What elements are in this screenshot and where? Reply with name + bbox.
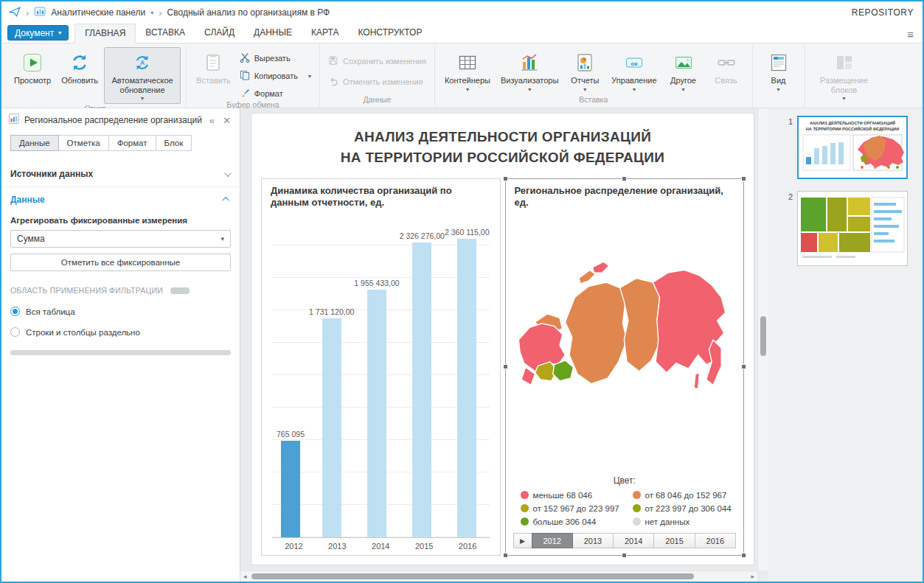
map-block[interactable]: Региональное распределение организаций, … [505,178,745,556]
panel-tab-Данные[interactable]: Данные [10,135,59,151]
selection-handle[interactable] [741,176,746,181]
properties-panel: Региональное распределение организаций «… [1,108,240,582]
auto-refresh-button[interactable]: A Автоматическое обновление ▾ [104,47,181,104]
x-axis-label: 2016 [446,538,490,551]
year-button-2013[interactable]: 2013 [572,533,614,548]
panel-scrollbar[interactable] [10,350,231,355]
aggregate-select[interactable]: Сумма ▾ [10,230,231,248]
legend-item: нет данных [633,515,740,528]
breadcrumb-item-document[interactable]: Сводный анализ по организациям в РФ [167,7,330,18]
chevron-down-icon [224,170,232,177]
link-button[interactable]: Связь [706,47,747,95]
slide-title-line1: АНАЛИЗ ДЕЯТЕЛЬНОСТИ ОРГАНИЗАЦИЙ [251,127,754,147]
panel-tab-Отметка[interactable]: Отметка [58,135,109,151]
menu-icon[interactable]: ≡ [907,29,914,40]
ribbon-tab-КАРТА[interactable]: КАРТА [302,24,348,43]
selection-handle[interactable] [503,176,508,181]
filter-scope-indicator[interactable] [170,287,190,294]
legend-color-dot [633,504,641,512]
year-button-2015[interactable]: 2015 [653,533,695,548]
radio-option[interactable]: Строки и столбцы раздельно [10,327,231,337]
year-button-2016[interactable]: 2016 [695,533,736,548]
slide-thumbnail-1[interactable]: АНАЛИЗ ДЕЯТЕЛЬНОСТИ ОРГАНИЗАЦИЙ НА ТЕРРИ… [797,116,908,179]
chevron-down-icon: ▾ [528,87,531,93]
paste-label: Вставить [196,76,231,85]
other-button[interactable]: Другое ▾ [663,47,704,95]
panel-tab-Блок[interactable]: Блок [156,135,192,151]
view-button[interactable]: Вид ▾ [758,47,799,95]
bar-column[interactable]: 765 095 [272,221,309,538]
selection-handle[interactable] [741,364,746,369]
russia-map[interactable] [506,211,744,475]
image-icon [673,52,694,74]
selection-handle[interactable] [503,364,508,369]
play-icon [22,52,43,74]
chevron-down-icon: ▾ [843,96,846,102]
cut-button[interactable]: Вырезать [237,52,314,65]
containers-button[interactable]: Контейнеры ▾ [440,47,495,95]
bar-column[interactable]: 2 360 115,00 [445,221,490,538]
scroll-left-icon[interactable]: ◂ [243,572,247,582]
management-label: Управление [611,76,656,85]
bar-column[interactable]: 2 326 276,00 [400,221,445,538]
ribbon-tab-КОНСТРУКТОР[interactable]: КОНСТРУКТОР [349,24,432,43]
map-year-control: ▶ 20122013201420152016 [513,533,737,548]
repository-label[interactable]: REPOSITORY [852,7,914,18]
horizontal-scrollbar-handle[interactable] [251,573,694,579]
bar-chart-block[interactable]: Динамика количества организаций по данны… [261,178,501,556]
selection-handle[interactable] [741,553,746,558]
play-button[interactable]: ▶ [513,533,532,548]
horizontal-scrollbar[interactable]: ◂ ▸ [240,570,757,582]
format-button[interactable]: Формат [237,87,314,100]
section-data[interactable]: Данные [1,186,240,212]
breadcrumb-caret-icon[interactable]: ▾ [150,10,153,16]
slide[interactable]: АНАЛИЗ ДЕЯТЕЛЬНОСТИ ОРГАНИЗАЦИЙ НА ТЕРРИ… [251,113,754,565]
breadcrumb-item-panels[interactable]: Аналитические панели [51,7,145,18]
paste-button[interactable]: Вставить [192,47,235,100]
bar-column[interactable]: 1 955 433,00 [354,221,399,538]
document-menu-label: Документ [15,28,54,38]
reports-button[interactable]: Отчеты ▾ [564,47,605,95]
ribbon-tab-СЛАЙД[interactable]: СЛАЙД [195,24,244,43]
selection-handle[interactable] [503,553,508,558]
year-button-2012[interactable]: 2012 [532,533,573,548]
scroll-right-icon[interactable]: ▸ [751,572,754,582]
document-menu-button[interactable]: Документ ▾ [7,25,69,41]
ribbon-tab-ГЛАВНАЯ[interactable]: ГЛАВНАЯ [74,24,136,43]
block-layout-button[interactable]: Размещение блоков ▾ [810,47,878,104]
year-button-2014[interactable]: 2014 [613,533,654,548]
undo-changes-button[interactable]: Отменить изменения [325,75,429,88]
visualizers-button[interactable]: Визуализаторы ▾ [496,47,563,95]
auto-refresh-icon: A [133,52,152,74]
management-button[interactable]: ок Управление ▾ [607,47,661,95]
radio-option[interactable]: Вся таблица [10,307,231,316]
vertical-scrollbar-handle[interactable] [760,316,766,356]
bar-value-label: 1 731 120,00 [309,307,354,316]
collapse-panel-icon[interactable]: « [208,116,216,125]
ribbon-tab-ВСТАВКА[interactable]: ВСТАВКА [136,24,195,43]
legend-color-dot [633,491,641,499]
mark-all-fixed-button[interactable]: Отметить все фиксированные [10,254,231,271]
undo-icon [328,76,338,88]
preview-button[interactable]: Просмотр [10,47,55,104]
vertical-scrollbar[interactable] [757,108,768,570]
ribbon-group-report: Просмотр Обновить A Автоматическое обнов… [4,45,187,108]
selection-handle[interactable] [622,176,627,181]
selection-handle[interactable] [622,553,627,558]
panel-tab-Формат[interactable]: Формат [108,135,156,151]
save-changes-label: Сохранить изменения [343,57,426,66]
bar [457,239,476,537]
ribbon-tab-ДАННЫЕ[interactable]: ДАННЫЕ [244,24,302,43]
other-label: Другое [670,76,696,85]
bar [412,242,431,537]
slide-thumbnail-2[interactable] [797,191,908,266]
view-label: Вид [771,76,786,85]
copy-button[interactable]: Копировать ▾ [237,69,314,83]
refresh-button[interactable]: Обновить [57,47,103,104]
app-window: › Аналитические панели ▾ › Сводный анали… [0,0,924,583]
close-panel-icon[interactable]: ✕ [221,116,232,125]
section-data-sources[interactable]: Источники данных [1,161,240,186]
save-changes-button[interactable]: Сохранить изменения [325,55,429,68]
bar-column[interactable]: 1 731 120,00 [309,221,354,538]
app-logo-icon[interactable] [9,7,21,19]
